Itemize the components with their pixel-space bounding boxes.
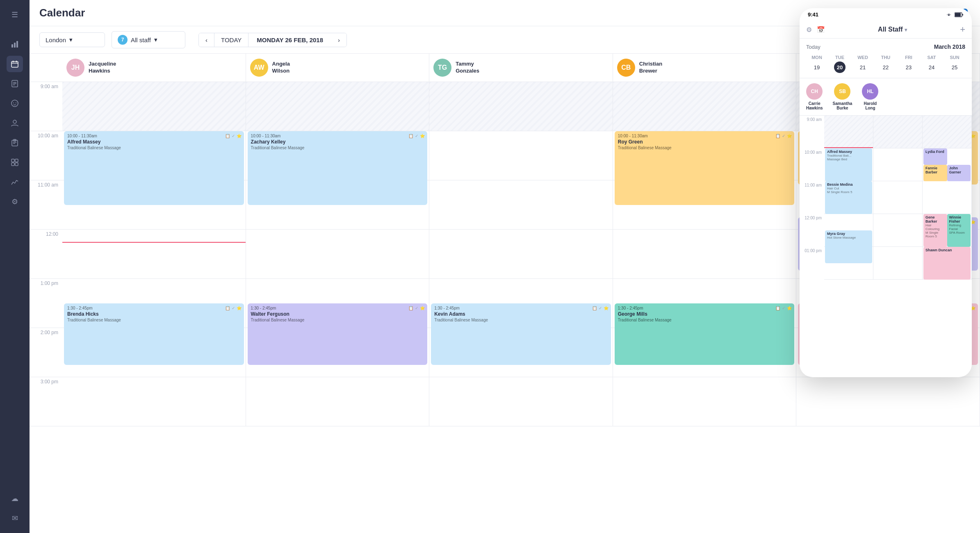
flag-icon[interactable]: ⭐ <box>420 306 425 310</box>
mobile-appointment[interactable]: Shawn Duncan <box>923 247 971 280</box>
mini-cal-day[interactable]: 19 <box>811 61 823 73</box>
mobile-appointment[interactable]: Winnie Fisher Refining Facial SPA Room <box>947 214 971 247</box>
mobile-calendar-icon[interactable]: 📅 <box>817 26 825 34</box>
svg-rect-22 <box>15 163 18 166</box>
prev-button[interactable]: ‹ <box>199 33 214 47</box>
current-date: MONDAY 26 FEB, 2018 <box>248 33 331 47</box>
mini-cal-day[interactable]: 21 <box>857 61 868 73</box>
chart-icon[interactable] <box>7 36 23 52</box>
mobile-staff-item[interactable]: SBSamantha Burke <box>833 83 852 110</box>
appointment-block[interactable]: 📋 ✓ ⭐ 1:30 - 2:45pm George Mills Traditi… <box>615 303 795 365</box>
box-nav-icon[interactable] <box>7 154 23 171</box>
mobile-filter-icon[interactable]: ⚙ <box>806 26 812 34</box>
appointment-block[interactable]: 📋 ✓ ⭐ 1:30 - 2:45pm Walter Ferguson Trad… <box>248 303 428 365</box>
mobile-appointment[interactable]: Gene Barker Hair Colouring M Single Room… <box>923 214 947 247</box>
staff-col-header[interactable]: JHJacqueline Hawkins <box>62 54 246 82</box>
mobile-appointment[interactable]: Myra Gray Hot Stone Massage <box>825 230 872 263</box>
check-icon[interactable]: ✓ <box>782 134 785 138</box>
today-button[interactable]: TODAY <box>214 33 248 47</box>
appt-icons: 📋 ✓ ⭐ <box>775 134 792 138</box>
mini-cal-day[interactable]: 25 <box>949 61 960 73</box>
analytics-nav-icon[interactable] <box>7 174 23 190</box>
mobile-appt-service: Hair Cut <box>827 187 870 190</box>
staff-col-header[interactable]: CBChristian Brewer <box>613 54 797 82</box>
mobile-staff-avatar: SB <box>834 83 850 100</box>
person-nav-icon[interactable] <box>7 115 23 131</box>
mobile-add-button[interactable]: + <box>960 24 965 35</box>
mobile-staff-item[interactable]: CHCarrie Hawkins <box>806 83 823 110</box>
mini-cal-today-label: Today <box>806 44 820 50</box>
appt-service: Traditional Balinese Massage <box>251 146 424 150</box>
next-button[interactable]: › <box>331 33 346 47</box>
staff-count-badge: 7 <box>118 35 128 45</box>
mobile-staff-avatar: HL <box>862 83 878 100</box>
copy-icon[interactable]: 📋 <box>592 306 597 310</box>
staff-column: 📋 ✓ ⭐ 10:00 - 11:30am Alfred Massey Trad… <box>62 82 246 426</box>
mobile-time: 9:41 <box>808 11 818 18</box>
flag-icon[interactable]: ⭐ <box>604 306 609 310</box>
settings-nav-icon[interactable]: ⚙ <box>7 194 23 210</box>
copy-icon[interactable]: 📋 <box>408 134 413 138</box>
check-icon[interactable]: ✓ <box>232 134 235 138</box>
menu-icon[interactable]: ☰ <box>7 7 23 23</box>
cloud-nav-icon[interactable]: ☁ <box>7 490 23 507</box>
appointment-block[interactable]: 📋 ✓ ⭐ 1:30 - 2:45pm Brenda Hicks Traditi… <box>64 303 244 365</box>
receipt-nav-icon[interactable] <box>7 75 23 92</box>
mobile-appointment[interactable]: Fannie Barber <box>923 165 947 181</box>
appt-client-name: George Mills <box>618 311 791 317</box>
hour-cell <box>429 131 613 180</box>
flag-icon[interactable]: ⭐ <box>237 134 242 138</box>
staff-select[interactable]: 7 All staff ▾ <box>112 31 185 48</box>
mobile-appointment[interactable]: Bessie Medina Hair Cut M Single Room 5 <box>825 181 872 214</box>
check-icon[interactable]: ✓ <box>782 306 785 310</box>
staff-column: 📋 ✓ ⭐ 10:00 - 11:30am Zachary Kelley Tra… <box>246 82 430 426</box>
mobile-hour-cell <box>873 116 922 148</box>
svg-rect-21 <box>11 163 14 166</box>
flag-icon[interactable]: ⭐ <box>787 306 792 310</box>
check-icon[interactable]: ✓ <box>415 306 418 310</box>
check-icon[interactable]: ✓ <box>232 306 235 310</box>
copy-icon[interactable]: 📋 <box>225 134 230 138</box>
mobile-staff-col: Lydia Ford John Garner Fannie Barber Gen… <box>923 116 972 280</box>
appointment-block[interactable]: 📋 ✓ ⭐ 10:00 - 11:30am Zachary Kelley Tra… <box>248 131 428 205</box>
appointment-block[interactable]: 📋 ✓ ⭐ 10:00 - 11:30am Alfred Massey Trad… <box>64 131 244 205</box>
staff-avatar: TG <box>433 59 451 77</box>
mini-cal-day[interactable]: 22 <box>880 61 891 73</box>
check-icon[interactable]: ✓ <box>415 134 418 138</box>
mini-cal-day[interactable]: 24 <box>926 61 937 73</box>
mobile-appt-service: Refining Facial <box>949 223 969 231</box>
mobile-appointment[interactable]: Alfred Massey Traditional Bali... Massag… <box>825 148 872 181</box>
staff-avatar: CB <box>617 59 635 77</box>
flag-icon[interactable]: ⭐ <box>787 134 792 138</box>
staff-column: 📋 ✓ ⭐ 1:30 - 2:45pm Kevin Adams Traditio… <box>429 82 613 426</box>
hour-cell <box>613 377 796 426</box>
flag-icon[interactable]: ⭐ <box>237 306 242 310</box>
copy-icon[interactable]: 📋 <box>225 306 230 310</box>
staff-col-header[interactable]: TGTammy Gonzales <box>429 54 613 82</box>
staff-col-header[interactable]: AWAngela Wilson <box>246 54 430 82</box>
mini-cal-day[interactable]: 20 <box>834 61 846 73</box>
mini-cal-day[interactable]: 23 <box>903 61 914 73</box>
copy-icon[interactable]: 📋 <box>775 306 780 310</box>
face-nav-icon[interactable] <box>7 95 23 112</box>
staff-avatar: JH <box>66 59 84 77</box>
calendar-nav-icon[interactable] <box>7 56 23 72</box>
appt-service: Traditional Balinese Massage <box>251 318 424 322</box>
check-icon[interactable]: ✓ <box>599 306 602 310</box>
mobile-staff-item[interactable]: HLHarold Long <box>862 83 878 110</box>
copy-icon[interactable]: 📋 <box>408 306 413 310</box>
flag-icon[interactable]: ⭐ <box>420 134 425 138</box>
clipboard-nav-icon[interactable] <box>7 134 23 151</box>
hour-cell <box>429 82 613 131</box>
mobile-appointment[interactable]: John Garner <box>947 165 971 181</box>
mail-nav-icon[interactable]: ✉ <box>7 510 23 526</box>
appointment-block[interactable]: 📋 ✓ ⭐ 1:30 - 2:45pm Kevin Adams Traditio… <box>431 303 611 365</box>
mobile-hour-cell <box>923 181 971 214</box>
appt-icons: 📋 ✓ ⭐ <box>225 134 242 138</box>
copy-icon[interactable]: 📋 <box>775 134 780 138</box>
mobile-appointment[interactable]: Lydia Ford <box>923 148 947 165</box>
appointment-block[interactable]: 📋 ✓ ⭐ 10:00 - 11:30am Roy Green Traditio… <box>615 131 795 205</box>
appt-client-name: Zachary Kelley <box>251 139 424 145</box>
time-label: 2:00 pm <box>30 328 62 377</box>
location-select[interactable]: London ▾ <box>39 32 105 47</box>
